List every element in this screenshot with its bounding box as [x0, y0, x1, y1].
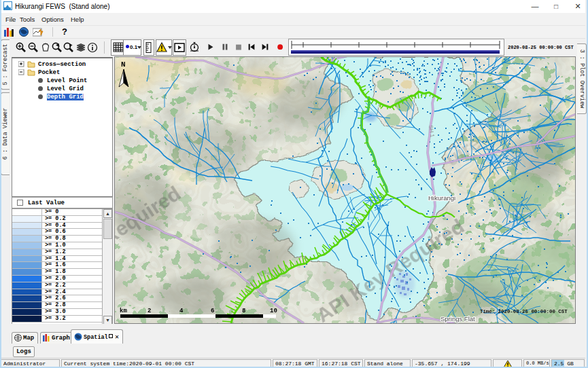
svg-text:6: 6	[211, 308, 214, 314]
svg-text:Time: 2020-08-25 00:00:00 CST: Time: 2020-08-25 00:00:00 CST	[480, 309, 568, 314]
svg-text:2: 2	[148, 308, 151, 314]
svg-text:8: 8	[242, 308, 245, 314]
svg-text:km: km	[120, 308, 127, 314]
svg-text:10: 10	[270, 308, 277, 314]
svg-text:N: N	[121, 60, 126, 69]
svg-text:Springs Flat: Springs Flat	[440, 315, 475, 323]
svg-text:Hikurangi: Hikurangi	[428, 194, 455, 202]
svg-text:4: 4	[179, 308, 184, 314]
